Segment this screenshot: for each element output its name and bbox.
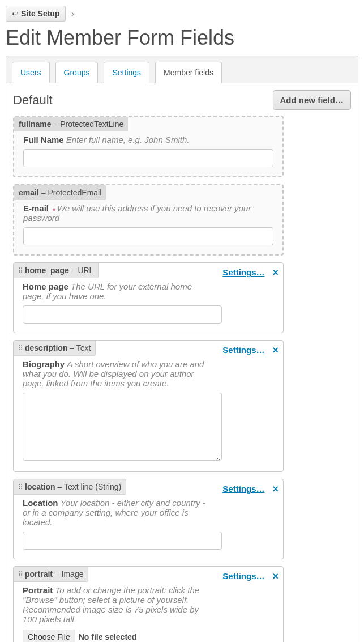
- field-label: Full Name: [23, 135, 66, 144]
- choose-file-button[interactable]: Choose File: [23, 630, 75, 642]
- field-card-fullname: fullname – ProtectedTextLineFull Name En…: [13, 116, 284, 177]
- fields-list: fullname – ProtectedTextLineFull Name En…: [13, 116, 351, 642]
- site-setup-link[interactable]: ↩Site Setup: [6, 6, 66, 22]
- field-settings-link[interactable]: Settings…: [222, 345, 264, 355]
- field-type: – ProtectedTextLine: [52, 120, 124, 129]
- drag-handle-icon[interactable]: ⠿: [18, 483, 23, 491]
- file-status: No file selected: [79, 632, 137, 641]
- drag-handle-icon[interactable]: ⠿: [18, 267, 23, 275]
- page-title: Edit Member Form Fields: [6, 26, 358, 50]
- field-card-home_page: ⠿home_page – URLSettings…×Home page The …: [13, 262, 284, 333]
- required-icon: ●: [52, 206, 56, 212]
- delete-field-icon[interactable]: ×: [272, 269, 279, 277]
- field-card-description: ⠿description – TextSettings…×Biography A…: [13, 340, 284, 472]
- field-actions: Settings…×: [222, 267, 279, 277]
- site-setup-label: Site Setup: [21, 9, 59, 18]
- field-name: fullname: [19, 120, 52, 129]
- drag-handle-icon[interactable]: ⠿: [18, 571, 23, 579]
- field-card-email: email – ProtectedEmailE-mail ●We will us…: [13, 184, 284, 256]
- location-input[interactable]: [23, 532, 222, 550]
- field-label: Portrait: [23, 585, 55, 595]
- field-type: – URL: [69, 266, 94, 275]
- field-label: Biography: [23, 359, 67, 369]
- delete-field-icon[interactable]: ×: [272, 572, 279, 580]
- field-type: – Image: [53, 569, 83, 579]
- field-name: portrait: [25, 569, 53, 579]
- field-header-email: email – ProtectedEmail: [14, 185, 106, 200]
- tab-content: Default Add new field… fullname – Protec…: [6, 83, 358, 642]
- field-header-fullname: fullname – ProtectedTextLine: [14, 117, 128, 131]
- field-type: – Text: [67, 343, 91, 352]
- tabs-bar: UsersGroupsSettingsMember fields: [6, 56, 358, 83]
- delete-field-icon[interactable]: ×: [272, 346, 279, 354]
- description-textarea[interactable]: [23, 393, 222, 461]
- drag-handle-icon[interactable]: ⠿: [18, 345, 23, 352]
- breadcrumb-separator: ›: [71, 9, 74, 18]
- field-settings-link[interactable]: Settings…: [222, 267, 264, 277]
- field-type: – Text line (String): [55, 482, 121, 491]
- file-input-row: Choose FileNo file selected: [23, 630, 215, 642]
- field-name: location: [25, 482, 55, 491]
- field-card-location: ⠿location – Text line (String)Settings…×…: [13, 479, 284, 559]
- field-header-portrait: ⠿portrait – Image: [14, 567, 88, 582]
- add-new-field-button[interactable]: Add new field…: [273, 90, 352, 110]
- field-name: description: [25, 343, 67, 352]
- field-label: Home page: [23, 282, 71, 291]
- field-actions: Settings…×: [222, 484, 279, 494]
- email-input[interactable]: [23, 227, 273, 245]
- section-title: Default: [13, 93, 53, 108]
- tab-settings[interactable]: Settings: [104, 62, 149, 83]
- back-arrow-icon: ↩: [12, 9, 19, 18]
- field-label-row: Home page The URL for your external home…: [23, 282, 215, 301]
- delete-field-icon[interactable]: ×: [272, 485, 279, 493]
- field-help: Enter full name, e.g. John Smith.: [66, 135, 190, 144]
- field-body: Location Your location - either city and…: [14, 495, 283, 559]
- field-body: E-mail ●We will use this address if you …: [14, 200, 282, 254]
- field-body: Biography A short overview of who you ar…: [14, 356, 283, 471]
- field-label-row: Location Your location - either city and…: [23, 498, 215, 527]
- field-actions: Settings…×: [222, 571, 279, 581]
- tab-groups[interactable]: Groups: [55, 62, 99, 83]
- field-label: Location: [23, 498, 61, 508]
- fullname-input[interactable]: [23, 149, 273, 167]
- main-panel: UsersGroupsSettingsMember fields Default…: [6, 56, 358, 642]
- field-label-row: Full Name Enter full name, e.g. John Smi…: [23, 135, 273, 144]
- field-label-row: Portrait To add or change the portrait: …: [23, 585, 215, 624]
- field-label-row: E-mail ●We will use this address if you …: [23, 203, 273, 223]
- field-card-portrait: ⠿portrait – ImageSettings…×Portrait To a…: [13, 566, 284, 642]
- tab-users[interactable]: Users: [12, 62, 50, 83]
- field-header-description: ⠿description – Text: [14, 341, 96, 356]
- home_page-input[interactable]: [23, 305, 222, 324]
- field-body: Full Name Enter full name, e.g. John Smi…: [14, 131, 282, 176]
- tab-member_fields[interactable]: Member fields: [155, 62, 222, 83]
- field-name: email: [19, 188, 39, 197]
- field-body: Portrait To add or change the portrait: …: [14, 582, 283, 642]
- field-settings-link[interactable]: Settings…: [222, 571, 264, 581]
- field-body: Home page The URL for your external home…: [14, 278, 283, 333]
- field-header-location: ⠿location – Text line (String): [14, 479, 126, 495]
- field-actions: Settings…×: [222, 345, 279, 355]
- field-label-row: Biography A short overview of who you ar…: [23, 359, 215, 388]
- field-label: E-mail: [23, 203, 51, 213]
- field-settings-link[interactable]: Settings…: [222, 484, 264, 494]
- field-header-home_page: ⠿home_page – URL: [14, 263, 99, 278]
- field-type: – ProtectedEmail: [39, 188, 102, 197]
- field-help: We will use this address if you need to …: [23, 203, 251, 223]
- field-name: home_page: [25, 266, 69, 275]
